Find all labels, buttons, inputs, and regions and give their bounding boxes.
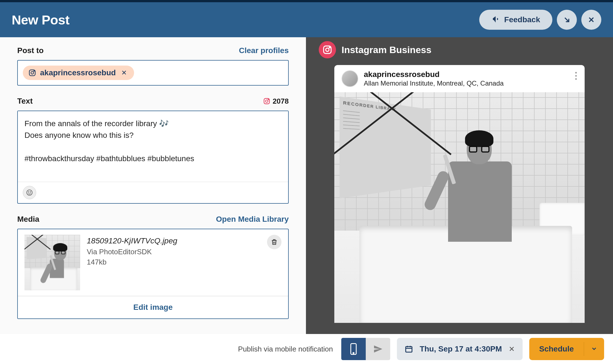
instagram-icon bbox=[322, 45, 332, 55]
character-counter: 2078 bbox=[263, 97, 289, 106]
mobile-icon bbox=[349, 343, 358, 355]
instagram-badge bbox=[319, 41, 336, 58]
more-vertical-icon bbox=[575, 71, 577, 81]
schedule-label: Schedule bbox=[529, 345, 584, 353]
svg-point-1 bbox=[31, 71, 33, 74]
calendar-icon bbox=[405, 345, 413, 353]
minimize-button[interactable] bbox=[557, 10, 577, 30]
svg-point-14 bbox=[575, 78, 577, 80]
text-label: Text bbox=[17, 97, 33, 106]
svg-point-11 bbox=[329, 47, 330, 48]
caption-textarea[interactable] bbox=[18, 111, 288, 181]
clear-date-icon[interactable]: ✕ bbox=[509, 345, 515, 353]
profile-chip: akaprincessrosebud ✕ bbox=[23, 66, 134, 80]
delete-media-button[interactable] bbox=[267, 235, 281, 249]
header-bar: New Post Feedback bbox=[0, 2, 613, 37]
media-thumbnail[interactable] bbox=[24, 235, 80, 290]
open-media-library-link[interactable]: Open Media Library bbox=[216, 215, 289, 224]
footer-bar: Publish via mobile notification Thu, Sep… bbox=[0, 334, 613, 364]
svg-point-13 bbox=[575, 75, 577, 77]
publish-method-label: Publish via mobile notification bbox=[238, 345, 333, 353]
media-source: Via PhotoEditorSDK bbox=[87, 248, 281, 256]
instagram-icon bbox=[28, 69, 36, 77]
media-filename: 18509120-KjIWTVcQ.jpeg bbox=[87, 236, 281, 245]
card-menu-button[interactable] bbox=[575, 71, 577, 82]
clear-profiles-link[interactable]: Clear profiles bbox=[239, 46, 289, 55]
megaphone-icon bbox=[491, 16, 500, 24]
media-label: Media bbox=[17, 215, 39, 224]
svg-point-12 bbox=[575, 72, 577, 74]
preview-username: akaprincessrosebud bbox=[364, 70, 504, 79]
send-icon bbox=[373, 344, 383, 354]
feedback-label: Feedback bbox=[504, 15, 540, 24]
svg-point-5 bbox=[268, 99, 269, 100]
svg-point-7 bbox=[28, 192, 29, 192]
preview-panel: Instagram Business akaprincessrosebud Al… bbox=[306, 37, 613, 334]
svg-point-4 bbox=[266, 100, 268, 103]
post-to-label: Post to bbox=[17, 46, 44, 55]
close-button[interactable] bbox=[581, 10, 601, 30]
svg-point-2 bbox=[34, 71, 34, 71]
profile-name: akaprincessrosebud bbox=[40, 68, 116, 77]
media-size: 147kb bbox=[87, 258, 281, 266]
schedule-dropdown-toggle[interactable] bbox=[584, 345, 604, 353]
chevron-down-icon bbox=[591, 345, 597, 352]
profile-selector[interactable]: akaprincessrosebud ✕ bbox=[17, 60, 289, 86]
trash-icon bbox=[271, 238, 278, 246]
remove-profile-icon[interactable]: ✕ bbox=[120, 69, 128, 77]
instagram-icon bbox=[263, 98, 270, 105]
preview-platform-title: Instagram Business bbox=[342, 44, 431, 55]
schedule-date-pill[interactable]: Thu, Sep 17 at 4:30PM ✕ bbox=[397, 338, 523, 360]
preview-card: akaprincessrosebud Allan Memorial Instit… bbox=[334, 65, 585, 323]
preview-image: RECORDER LIBRARY────────────────────────… bbox=[334, 92, 585, 323]
arrow-down-right-icon bbox=[563, 16, 571, 24]
smiley-icon bbox=[26, 189, 33, 196]
edit-image-button[interactable]: Edit image bbox=[18, 296, 288, 318]
compose-panel: Post to Clear profiles akaprincessrosebu… bbox=[0, 37, 306, 334]
publish-direct-toggle[interactable] bbox=[366, 338, 390, 360]
svg-point-8 bbox=[30, 192, 31, 192]
schedule-button[interactable]: Schedule bbox=[529, 338, 604, 360]
emoji-picker-button[interactable] bbox=[23, 186, 36, 199]
close-icon bbox=[587, 16, 595, 24]
publish-mobile-toggle[interactable] bbox=[341, 338, 366, 360]
media-item: 18509120-KjIWTVcQ.jpeg Via PhotoEditorSD… bbox=[18, 229, 288, 296]
avatar bbox=[342, 70, 358, 87]
svg-point-10 bbox=[326, 48, 329, 51]
svg-rect-17 bbox=[406, 346, 412, 352]
preview-location: Allan Memorial Institute, Montreal, QC, … bbox=[364, 79, 504, 87]
svg-point-6 bbox=[27, 190, 32, 195]
page-title: New Post bbox=[12, 12, 70, 28]
feedback-button[interactable]: Feedback bbox=[479, 10, 552, 30]
counter-value: 2078 bbox=[273, 97, 289, 106]
svg-point-16 bbox=[353, 353, 354, 354]
schedule-date-text: Thu, Sep 17 at 4:30PM bbox=[420, 345, 502, 353]
